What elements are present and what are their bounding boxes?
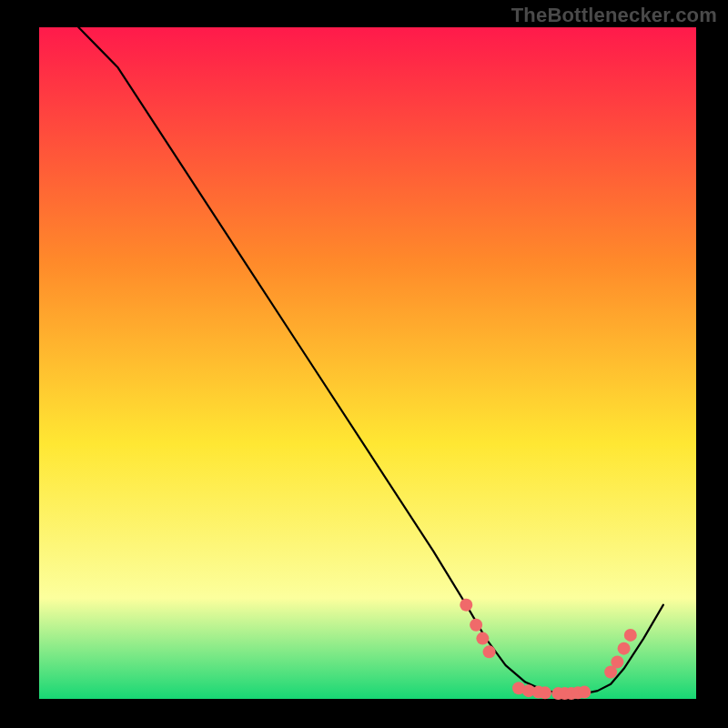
- curve-marker: [611, 655, 623, 668]
- curve-marker: [476, 632, 489, 645]
- curve-marker: [618, 642, 631, 655]
- bottleneck-chart: TheBottlenecker.com: [0, 0, 728, 728]
- plot-area-background: [39, 27, 696, 699]
- chart-canvas: [0, 0, 728, 728]
- curve-marker: [483, 645, 496, 658]
- watermark-text: TheBottlenecker.com: [511, 4, 717, 27]
- curve-marker: [460, 599, 472, 612]
- curve-marker: [578, 686, 591, 699]
- curve-marker: [470, 619, 482, 632]
- curve-marker: [624, 629, 637, 642]
- curve-marker: [539, 686, 551, 699]
